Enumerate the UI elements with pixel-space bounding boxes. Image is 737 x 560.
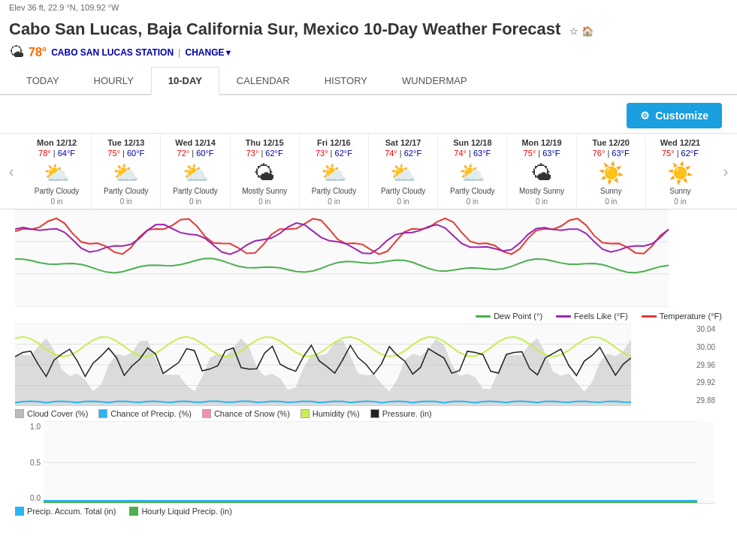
day-date-7: Mon 12/19 (509, 138, 574, 147)
legend-label: Pressure. (in) (382, 409, 432, 418)
day-date-5: Sat 12/17 (370, 138, 436, 147)
day-precip-8: 0 in (578, 197, 644, 206)
precip-yaxis: 1.0 0.5 0.0 (15, 421, 44, 504)
legend-color (15, 409, 24, 418)
prev-arrow[interactable]: ‹ (0, 134, 23, 209)
day-col-4[interactable]: Fri 12/16 73° | 62°F ⛅ Partly Cloudy 0 i… (299, 134, 368, 209)
temp-legend: Dew Point (°)Feels Like (°F)Temperature … (0, 307, 737, 324)
day-icon-2: ⛅ (162, 161, 228, 185)
day-desc-3: Mostly Sunny (232, 187, 298, 196)
day-col-6[interactable]: Sun 12/18 74° | 63°F ⛅ Partly Cloudy 0 i… (437, 134, 506, 209)
precip-chart (44, 421, 714, 504)
days-grid: ‹ Mon 12/12 78° | 64°F ⛅ Partly Cloudy 0… (0, 133, 737, 209)
tab-today[interactable]: TODAY (9, 67, 77, 94)
day-temps-2: 72° | 60°F (162, 149, 228, 158)
tab-wundermap[interactable]: WUNDERMAP (385, 67, 485, 94)
day-precip-2: 0 in (162, 197, 228, 206)
legend-item: Cloud Cover (%) (15, 409, 88, 418)
day-icon-5: ⛅ (370, 161, 436, 185)
elevation-text: Elev 36 ft, 22.9 °N, 109.92 °W (9, 3, 119, 12)
pct-yaxis-right: 30.04 30.00 29.96 29.92 29.88 (693, 324, 722, 406)
day-col-9[interactable]: Wed 12/21 75° | 62°F ☀️ Sunny 0 in (645, 134, 714, 209)
day-desc-6: Partly Cloudy (439, 187, 505, 196)
station-sun-icon: 🌤 (9, 44, 24, 61)
day-desc-5: Partly Cloudy (370, 187, 436, 196)
day-col-1[interactable]: Tue 12/13 75° | 60°F ⛅ Partly Cloudy 0 i… (91, 134, 160, 209)
customize-button[interactable]: ⚙ Customize (627, 103, 722, 128)
nav-tabs: TODAY HOURLY 10-DAY CALENDAR HISTORY WUN… (0, 67, 737, 95)
legend-label: Temperature (°F) (660, 312, 722, 321)
day-col-3[interactable]: Thu 12/15 73° | 62°F 🌤 Mostly Sunny 0 in (230, 134, 299, 209)
day-date-2: Wed 12/14 (162, 138, 228, 147)
precip-chart-container: 1.0 0.5 0.0 (15, 421, 722, 504)
tab-history[interactable]: HISTORY (307, 67, 385, 94)
legend-color (476, 315, 491, 318)
station-row: 🌤 78° CABO SAN LUCAS STATION | CHANGE ▼ (0, 42, 737, 67)
day-icon-3: 🌤 (232, 161, 298, 185)
day-col-2[interactable]: Wed 12/14 72° | 60°F ⛅ Partly Cloudy 0 i… (160, 134, 229, 209)
legend-color (202, 409, 211, 418)
day-date-9: Wed 12/21 (648, 138, 713, 147)
day-precip-3: 0 in (232, 197, 298, 206)
day-desc-9: Sunny (648, 187, 713, 196)
legend-label: Hourly Liquid Precip. (in) (141, 507, 231, 516)
day-icon-7: 🌤 (509, 161, 574, 185)
pct-chart-container: 100% 75% 50% 25% 0% 30.04 30.00 29.96 29… (15, 324, 722, 406)
tab-calendar[interactable]: CALENDAR (219, 67, 307, 94)
day-precip-7: 0 in (509, 197, 574, 206)
legend-color (129, 507, 138, 516)
day-date-4: Fri 12/16 (301, 138, 367, 147)
legend-label: Cloud Cover (%) (27, 409, 88, 418)
legend-label: Precip. Accum. Total (in) (27, 507, 116, 516)
day-desc-1: Partly Cloudy (93, 187, 159, 196)
day-temps-9: 75° | 62°F (648, 149, 713, 158)
station-name: CABO SAN LUCAS STATION (51, 47, 174, 58)
day-precip-5: 0 in (370, 197, 436, 206)
day-col-0[interactable]: Mon 12/12 78° | 64°F ⛅ Partly Cloudy 0 i… (23, 134, 91, 209)
day-icon-0: ⛅ (24, 161, 89, 185)
legend-color (301, 409, 310, 418)
legend-color (370, 409, 379, 418)
day-precip-1: 0 in (93, 197, 159, 206)
day-date-1: Tue 12/13 (93, 138, 159, 147)
legend-label: Feels Like (°F) (574, 312, 628, 321)
customize-row: ⚙ Customize (0, 95, 737, 133)
day-desc-8: Sunny (578, 187, 644, 196)
legend-color (556, 315, 571, 318)
day-date-0: Mon 12/12 (24, 138, 89, 147)
day-col-8[interactable]: Tue 12/20 76° | 63°F ☀️ Sunny 0 in (576, 134, 645, 209)
legend-item: Dew Point (°) (476, 312, 542, 321)
day-precip-4: 0 in (301, 197, 367, 206)
station-temp: 78° (29, 46, 47, 59)
tab-10day[interactable]: 10-DAY (151, 67, 219, 95)
legend-label: Humidity (%) (313, 409, 360, 418)
customize-label: Customize (655, 110, 708, 122)
next-arrow[interactable]: › (714, 134, 737, 209)
change-dropdown-icon[interactable]: ▼ (225, 48, 233, 57)
change-button[interactable]: CHANGE (185, 47, 224, 58)
legend-item: Chance of Snow (%) (202, 409, 290, 418)
day-col-7[interactable]: Mon 12/19 75° | 63°F 🌤 Mostly Sunny 0 in (506, 134, 575, 209)
days-inner: Mon 12/12 78° | 64°F ⛅ Partly Cloudy 0 i… (23, 134, 714, 209)
day-date-8: Tue 12/20 (578, 138, 644, 147)
gear-icon: ⚙ (640, 110, 650, 122)
day-temps-6: 74° | 63°F (439, 149, 505, 158)
pct-legend: Cloud Cover (%)Chance of Precip. (%)Chan… (0, 406, 737, 421)
day-temps-4: 73° | 62°F (301, 149, 367, 158)
day-temps-7: 75° | 63°F (509, 149, 574, 158)
title-row: Cabo San Lucas, Baja California Sur, Mex… (0, 15, 737, 42)
tab-hourly[interactable]: HOURLY (77, 67, 151, 94)
elevation-bar: Elev 36 ft, 22.9 °N, 109.92 °W (0, 0, 737, 15)
legend-item: Humidity (%) (301, 409, 360, 418)
day-col-5[interactable]: Sat 12/17 74° | 62°F ⛅ Partly Cloudy 0 i… (368, 134, 437, 209)
legend-item: Temperature (°F) (642, 312, 722, 321)
legend-item: Hourly Liquid Precip. (in) (129, 507, 231, 516)
temp-chart-container: 80 F 70 F 60 F 50 F (15, 209, 722, 307)
day-temps-5: 74° | 62°F (370, 149, 436, 158)
day-precip-0: 0 in (24, 197, 89, 206)
legend-label: Chance of Snow (%) (214, 409, 290, 418)
station-separator: | (178, 47, 180, 58)
precip-legend: Precip. Accum. Total (in)Hourly Liquid P… (0, 504, 737, 519)
day-temps-1: 75° | 60°F (93, 149, 159, 158)
legend-label: Chance of Precip. (%) (110, 409, 192, 418)
